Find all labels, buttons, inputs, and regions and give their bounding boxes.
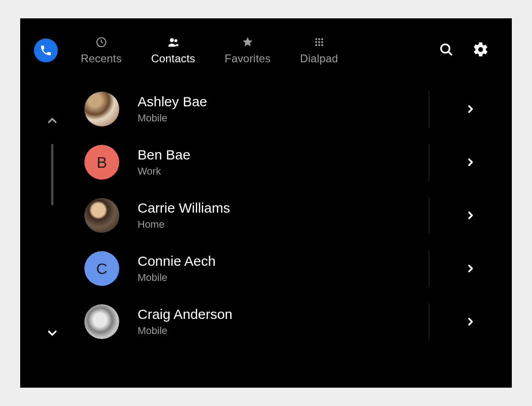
svg-point-2 — [174, 39, 177, 43]
contact-detail-button[interactable] — [429, 295, 512, 348]
scroll-up-button[interactable] — [45, 114, 59, 129]
contact-name: Ashley Bae — [138, 94, 429, 110]
star-icon — [241, 36, 254, 49]
chevron-down-icon — [45, 326, 59, 340]
content-area: Ashley Bae Mobile B Ben Bae Work — [20, 82, 512, 388]
contact-info: Carrie Williams Home — [138, 200, 429, 231]
chevron-right-icon — [465, 209, 477, 221]
tab-bar: Recents Contacts Favor — [81, 36, 438, 65]
phone-button[interactable] — [34, 38, 58, 62]
row-divider — [429, 197, 429, 234]
svg-point-5 — [321, 38, 323, 40]
tab-contacts[interactable]: Contacts — [151, 36, 195, 65]
avatar: C — [84, 251, 119, 286]
svg-point-9 — [315, 44, 317, 46]
svg-point-10 — [318, 44, 320, 46]
search-button[interactable] — [438, 42, 454, 59]
row-divider — [429, 91, 429, 127]
tab-label: Recents — [81, 52, 122, 65]
tab-label: Dialpad — [300, 52, 338, 65]
svg-point-1 — [170, 38, 174, 42]
chevron-right-icon — [465, 156, 477, 168]
dialpad-icon — [313, 36, 326, 49]
contact-name: Ben Bae — [138, 147, 429, 163]
avatar — [84, 92, 119, 126]
search-icon — [438, 42, 454, 57]
contact-type: Mobile — [138, 325, 429, 337]
svg-point-4 — [318, 38, 320, 40]
contact-type: Mobile — [138, 272, 429, 284]
dialer-app: Recents Contacts Favor — [20, 18, 512, 388]
contact-row[interactable]: B Ben Bae Work — [84, 136, 512, 189]
tab-favorites[interactable]: Favorites — [225, 36, 271, 65]
contact-info: Connie Aech Mobile — [138, 253, 429, 284]
scroll-column — [20, 82, 84, 388]
contact-name: Craig Anderson — [138, 307, 429, 323]
svg-point-3 — [315, 38, 317, 40]
contact-row[interactable]: C Connie Aech Mobile — [84, 242, 512, 295]
contact-info: Ben Bae Work — [138, 147, 429, 178]
contact-detail-button[interactable] — [429, 242, 512, 295]
svg-point-8 — [321, 41, 323, 43]
row-divider — [429, 144, 429, 181]
avatar: B — [84, 145, 119, 180]
tab-label: Contacts — [151, 52, 195, 65]
contact-type: Work — [138, 165, 429, 177]
scroll-down-button[interactable] — [45, 326, 59, 342]
avatar — [84, 198, 119, 233]
contact-row[interactable]: Carrie Williams Home — [84, 189, 512, 242]
chevron-up-icon — [45, 114, 59, 127]
chevron-right-icon — [465, 103, 477, 115]
tab-recents[interactable]: Recents — [81, 36, 122, 65]
contact-detail-button[interactable] — [429, 82, 512, 136]
tab-label: Favorites — [225, 52, 271, 65]
contact-name: Carrie Williams — [138, 200, 429, 216]
chevron-right-icon — [465, 316, 477, 328]
contact-detail-button[interactable] — [429, 136, 512, 189]
row-divider — [429, 303, 429, 340]
svg-point-6 — [315, 41, 317, 43]
avatar — [84, 304, 119, 339]
contact-info: Craig Anderson Mobile — [138, 307, 429, 337]
settings-button[interactable] — [472, 41, 489, 60]
svg-point-7 — [318, 41, 320, 43]
contact-name: Connie Aech — [138, 253, 429, 269]
contact-info: Ashley Bae Mobile — [138, 94, 429, 125]
contact-detail-button[interactable] — [429, 189, 512, 242]
tab-dialpad[interactable]: Dialpad — [300, 36, 338, 65]
phone-icon — [39, 44, 52, 57]
contact-type: Home — [138, 219, 429, 230]
people-icon — [167, 36, 180, 49]
svg-point-11 — [321, 44, 323, 46]
scrollbar-thumb[interactable] — [51, 144, 54, 205]
app-header: Recents Contacts Favor — [20, 18, 512, 82]
header-actions — [438, 41, 489, 60]
contact-type: Mobile — [138, 112, 429, 124]
contact-row[interactable]: Ashley Bae Mobile — [84, 82, 512, 136]
clock-icon — [95, 36, 108, 49]
contacts-list: Ashley Bae Mobile B Ben Bae Work — [84, 82, 512, 355]
row-divider — [429, 250, 429, 287]
gear-icon — [472, 41, 489, 58]
contact-row[interactable]: Craig Anderson Mobile — [84, 295, 512, 348]
chevron-right-icon — [465, 263, 477, 274]
